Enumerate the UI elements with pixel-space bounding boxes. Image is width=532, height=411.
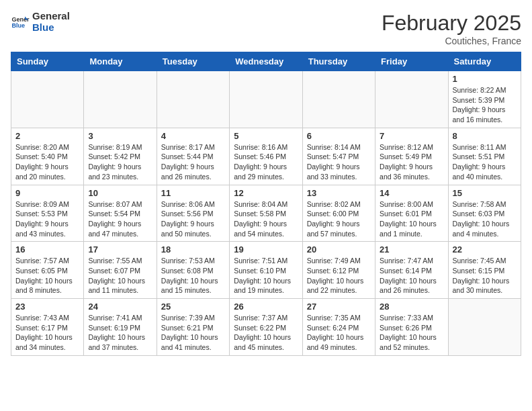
day-number: 13 (307, 188, 371, 198)
day-number: 12 (234, 188, 298, 198)
day-number: 4 (161, 131, 225, 141)
day-cell: 11Sunrise: 8:06 AM Sunset: 5:56 PM Dayli… (157, 185, 229, 242)
day-cell: 24Sunrise: 7:41 AM Sunset: 6:19 PM Dayli… (84, 299, 157, 356)
header-thursday: Thursday (302, 52, 375, 71)
header-sunday: Sunday (11, 52, 84, 71)
day-number: 23 (15, 302, 79, 312)
day-cell: 13Sunrise: 8:02 AM Sunset: 6:00 PM Dayli… (302, 185, 375, 242)
day-cell: 14Sunrise: 8:00 AM Sunset: 6:01 PM Dayli… (375, 185, 448, 242)
day-info: Sunrise: 8:07 AM Sunset: 5:54 PM Dayligh… (88, 199, 152, 239)
header-tuesday: Tuesday (157, 52, 229, 71)
day-cell: 15Sunrise: 7:58 AM Sunset: 6:03 PM Dayli… (448, 185, 521, 242)
day-cell (448, 299, 521, 356)
logo-icon: General Blue (11, 13, 30, 32)
calendar-header-row: SundayMondayTuesdayWednesdayThursdayFrid… (11, 52, 521, 71)
day-number: 24 (88, 302, 152, 312)
day-cell: 9Sunrise: 8:09 AM Sunset: 5:53 PM Daylig… (11, 185, 84, 242)
page-header: General Blue General Blue February 2025 … (11, 11, 521, 46)
day-number: 14 (380, 188, 443, 198)
day-number: 28 (380, 302, 443, 312)
day-info: Sunrise: 8:11 AM Sunset: 5:51 PM Dayligh… (453, 142, 517, 182)
day-cell: 17Sunrise: 7:55 AM Sunset: 6:07 PM Dayli… (84, 242, 157, 299)
day-cell: 10Sunrise: 8:07 AM Sunset: 5:54 PM Dayli… (84, 185, 157, 242)
day-info: Sunrise: 7:49 AM Sunset: 6:12 PM Dayligh… (307, 256, 371, 295)
day-cell: 8Sunrise: 8:11 AM Sunset: 5:51 PM Daylig… (448, 128, 521, 185)
day-info: Sunrise: 7:43 AM Sunset: 6:17 PM Dayligh… (15, 313, 79, 353)
day-info: Sunrise: 7:55 AM Sunset: 6:07 PM Dayligh… (88, 256, 152, 295)
week-row-3: 16Sunrise: 7:57 AM Sunset: 6:05 PM Dayli… (11, 242, 521, 299)
day-number: 2 (15, 131, 79, 141)
day-cell: 1Sunrise: 8:22 AM Sunset: 5:39 PM Daylig… (448, 71, 521, 128)
day-number: 6 (307, 131, 371, 141)
day-cell: 19Sunrise: 7:51 AM Sunset: 6:10 PM Dayli… (230, 242, 302, 299)
day-cell (84, 71, 157, 128)
day-info: Sunrise: 8:19 AM Sunset: 5:42 PM Dayligh… (88, 142, 152, 182)
day-cell: 4Sunrise: 8:17 AM Sunset: 5:44 PM Daylig… (157, 128, 229, 185)
day-info: Sunrise: 7:53 AM Sunset: 6:08 PM Dayligh… (161, 256, 225, 295)
day-number: 7 (380, 131, 443, 141)
day-info: Sunrise: 8:12 AM Sunset: 5:49 PM Dayligh… (380, 142, 443, 182)
day-number: 22 (453, 244, 517, 255)
day-info: Sunrise: 7:51 AM Sunset: 6:10 PM Dayligh… (234, 256, 298, 295)
day-cell (230, 71, 302, 128)
day-number: 17 (88, 244, 152, 255)
day-number: 16 (15, 244, 79, 255)
day-cell: 25Sunrise: 7:39 AM Sunset: 6:21 PM Dayli… (157, 299, 229, 356)
location: Coutiches, France (382, 36, 521, 46)
day-number: 19 (234, 244, 298, 255)
day-cell: 20Sunrise: 7:49 AM Sunset: 6:12 PM Dayli… (302, 242, 375, 299)
day-cell (375, 71, 448, 128)
header-wednesday: Wednesday (230, 52, 302, 71)
day-info: Sunrise: 7:33 AM Sunset: 6:26 PM Dayligh… (380, 313, 443, 353)
day-info: Sunrise: 8:09 AM Sunset: 5:53 PM Dayligh… (15, 199, 79, 239)
day-cell: 7Sunrise: 8:12 AM Sunset: 5:49 PM Daylig… (375, 128, 448, 185)
day-number: 15 (453, 188, 517, 198)
day-cell: 12Sunrise: 8:04 AM Sunset: 5:58 PM Dayli… (230, 185, 302, 242)
day-cell: 27Sunrise: 7:35 AM Sunset: 6:24 PM Dayli… (302, 299, 375, 356)
day-info: Sunrise: 8:16 AM Sunset: 5:46 PM Dayligh… (234, 142, 298, 182)
day-cell: 16Sunrise: 7:57 AM Sunset: 6:05 PM Dayli… (11, 242, 84, 299)
day-info: Sunrise: 7:37 AM Sunset: 6:22 PM Dayligh… (234, 313, 298, 353)
day-number: 11 (161, 188, 225, 198)
day-cell: 3Sunrise: 8:19 AM Sunset: 5:42 PM Daylig… (84, 128, 157, 185)
day-info: Sunrise: 8:06 AM Sunset: 5:56 PM Dayligh… (161, 199, 225, 239)
title-block: February 2025 Coutiches, France (382, 11, 521, 46)
day-number: 27 (307, 302, 371, 312)
day-number: 25 (161, 302, 225, 312)
day-cell (11, 71, 84, 128)
day-cell: 23Sunrise: 7:43 AM Sunset: 6:17 PM Dayli… (11, 299, 84, 356)
day-info: Sunrise: 8:14 AM Sunset: 5:47 PM Dayligh… (307, 142, 371, 182)
day-info: Sunrise: 8:20 AM Sunset: 5:40 PM Dayligh… (15, 142, 79, 182)
day-number: 10 (88, 188, 152, 198)
day-info: Sunrise: 7:41 AM Sunset: 6:19 PM Dayligh… (88, 313, 152, 353)
day-cell: 26Sunrise: 7:37 AM Sunset: 6:22 PM Dayli… (230, 299, 302, 356)
day-info: Sunrise: 8:22 AM Sunset: 5:39 PM Dayligh… (453, 85, 517, 125)
day-cell: 5Sunrise: 8:16 AM Sunset: 5:46 PM Daylig… (230, 128, 302, 185)
day-cell: 2Sunrise: 8:20 AM Sunset: 5:40 PM Daylig… (11, 128, 84, 185)
calendar-table: SundayMondayTuesdayWednesdayThursdayFrid… (11, 52, 521, 356)
header-saturday: Saturday (448, 52, 521, 71)
day-info: Sunrise: 7:45 AM Sunset: 6:15 PM Dayligh… (453, 256, 517, 295)
day-info: Sunrise: 7:39 AM Sunset: 6:21 PM Dayligh… (161, 313, 225, 353)
day-info: Sunrise: 7:57 AM Sunset: 6:05 PM Dayligh… (15, 256, 79, 295)
day-info: Sunrise: 8:02 AM Sunset: 6:00 PM Dayligh… (307, 199, 371, 239)
day-number: 21 (380, 244, 443, 255)
day-number: 9 (15, 188, 79, 198)
logo: General Blue General Blue (11, 11, 70, 33)
day-info: Sunrise: 7:58 AM Sunset: 6:03 PM Dayligh… (453, 199, 517, 239)
day-cell (302, 71, 375, 128)
day-cell (157, 71, 229, 128)
week-row-4: 23Sunrise: 7:43 AM Sunset: 6:17 PM Dayli… (11, 299, 521, 356)
day-cell: 22Sunrise: 7:45 AM Sunset: 6:15 PM Dayli… (448, 242, 521, 299)
day-number: 5 (234, 131, 298, 141)
header-friday: Friday (375, 52, 448, 71)
week-row-2: 9Sunrise: 8:09 AM Sunset: 5:53 PM Daylig… (11, 185, 521, 242)
day-cell: 18Sunrise: 7:53 AM Sunset: 6:08 PM Dayli… (157, 242, 229, 299)
day-number: 26 (234, 302, 298, 312)
month-title: February 2025 (382, 11, 521, 36)
day-cell: 6Sunrise: 8:14 AM Sunset: 5:47 PM Daylig… (302, 128, 375, 185)
day-info: Sunrise: 8:00 AM Sunset: 6:01 PM Dayligh… (380, 199, 443, 239)
day-cell: 28Sunrise: 7:33 AM Sunset: 6:26 PM Dayli… (375, 299, 448, 356)
week-row-0: 1Sunrise: 8:22 AM Sunset: 5:39 PM Daylig… (11, 71, 521, 128)
day-number: 18 (161, 244, 225, 255)
